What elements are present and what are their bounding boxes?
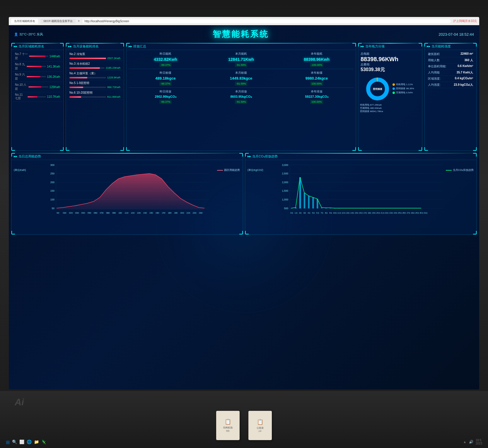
svg-text:照明插座: 照明插座 — [373, 87, 382, 90]
monitor-frame: 当月区域能耗排名 SECP-能耗综合业务平台 + http://localhos… — [0, 0, 488, 448]
svg-text:3日: 3日 — [303, 212, 306, 214]
svg-text:17时: 17时 — [162, 212, 165, 214]
svg-text:22时: 22时 — [193, 212, 197, 214]
svg-text:18日: 18日 — [368, 212, 371, 214]
desk-cards: 📋 结构机场9台 📋 公路港△2. — [216, 411, 272, 440]
svg-text:24日: 24日 — [394, 212, 397, 214]
svg-text:09时: 09时 — [112, 212, 116, 214]
person-icon: 👤 — [14, 32, 18, 36]
svg-text:500: 500 — [284, 207, 288, 210]
svg-text:14时: 14时 — [143, 212, 147, 214]
list-item: No.5 1-9层照明 966.72Kwh — [67, 80, 123, 90]
plus-icon[interactable]: + — [78, 19, 80, 23]
donut-legend: 特殊用电 1.11% 照明插座 98.35% 空调用电 0.54% — [391, 83, 416, 95]
svg-text:28日: 28日 — [411, 212, 415, 214]
svg-text:23日: 23日 — [389, 212, 393, 214]
taskbar-icon-folder[interactable]: 📁 — [34, 440, 39, 445]
donut-chart-wrap: 照明插座 特殊用电 1.11% 照明插座 98.35% — [358, 75, 422, 103]
svg-text:2日: 2日 — [299, 212, 302, 214]
monthly-co2-chart: (单位KgCO2) 当月CO₂排放趋势 — [245, 160, 477, 224]
emissions-title: 排放汇总 — [126, 43, 356, 50]
taskbar-icon-search[interactable]: 🔍 — [12, 440, 17, 445]
svg-text:17日: 17日 — [363, 212, 367, 214]
list-item: No.7 十一层 144Kwh — [13, 51, 62, 61]
svg-text:18时: 18时 — [168, 212, 172, 214]
browser-url[interactable]: http://localhost/#/energyBigScreen — [82, 19, 451, 23]
monthly-co2-legend: 当月CO₂排放趋势 — [446, 168, 474, 172]
emission-yesterday-co2: 昨日排放 2902.99kgCO₂ -99.37% — [129, 90, 202, 104]
list-item: No.3 冷水机组2 2185.23Kwh — [67, 61, 123, 71]
list-item: No.6 10-20层照明 811.86Kwh — [67, 90, 123, 99]
browser-tab-2[interactable]: SECP-能耗综合业务平台 — [40, 19, 76, 24]
intensity-panel: 当月能耗强度 建筑面积 22460 m² 用能人数 360 人 单位面积用能: — [424, 43, 477, 151]
svg-text:20日: 20日 — [376, 212, 380, 214]
emission-yesterday-energy: 昨日能耗 4332.82Kwh -99.37% — [129, 52, 202, 67]
svg-text:4日: 4日 — [308, 212, 310, 214]
list-item: 区域强度: 0.4 kgCO₂/m² — [426, 76, 475, 82]
svg-text:07时: 07时 — [100, 212, 104, 214]
svg-text:02时: 02时 — [69, 212, 73, 214]
monthly-co2-panel: 当月CO₂排放趋势 (单位KgCO2) 当月CO₂排放趋势 — [245, 153, 477, 235]
region-rank-title: 当月区域能耗排名 — [11, 43, 64, 50]
monthly-co2-svg: 3,000 2,500 2,000 1,500 1,000 500 — [248, 162, 474, 217]
svg-text:1,000: 1,000 — [282, 198, 288, 201]
svg-text:27日: 27日 — [407, 212, 410, 214]
emission-year-coal: 本年标煤 9980.24kgce 100.00% — [280, 71, 354, 86]
title-bar: 👤 32°C~20°C 东风 智慧能耗系统 2023-07-04 18:52:4… — [11, 28, 477, 41]
device-rank-title: 当月设备能耗排名 — [66, 43, 124, 50]
electricity-title: 当年电力分项 — [358, 43, 422, 50]
emission-month-co2: 本月排放 8603.95kgCO₂ -91.59% — [204, 90, 278, 104]
emission-month-energy: 本月能耗 12841.71Kwh -91.59% — [204, 52, 278, 67]
svg-text:04时: 04时 — [81, 212, 85, 214]
bottom-grid: 当日总用能趋势 (单位Kwh) 园区用能趋势 — [11, 153, 477, 235]
svg-text:50: 50 — [52, 207, 55, 210]
svg-rect-60 — [312, 197, 314, 208]
tray-icon-2: 🔊 — [469, 440, 473, 444]
svg-text:22日: 22日 — [385, 212, 389, 214]
svg-text:06时: 06时 — [94, 212, 98, 214]
taskbar: Ai 📋 结构机场9台 📋 公路港△2. ▲ 🔊 18:52023 ⊞ 🔍 ⬜ … — [0, 391, 488, 448]
svg-text:0时: 0时 — [57, 212, 59, 214]
svg-text:01时: 01时 — [63, 212, 66, 214]
dashboard: 👤 32°C~20°C 东风 智慧能耗系统 2023-07-04 18:52:4… — [9, 25, 479, 389]
taskbar-icons: ⊞ 🔍 ⬜ 🌐 📁 🦎 — [6, 440, 46, 445]
tray-time: 18:52023 — [476, 439, 482, 445]
weather-info: 👤 32°C~20°C 东风 — [14, 32, 43, 37]
taskbar-icon-app[interactable]: 🦎 — [41, 440, 46, 445]
monthly-co2-title: 当月CO₂排放趋势 — [245, 153, 477, 160]
taskbar-icon-windows[interactable]: ⊞ — [6, 440, 10, 445]
intensity-list: 建筑面积 22460 m² 用能人数 360 人 单位面积用能: 0.6 Kwh… — [424, 50, 477, 150]
daily-trend-chart: (单位Kwh) 园区用能趋势 — [11, 160, 243, 224]
emission-year-co2: 本年排放 59227.30kgCO₂ 100.00% — [280, 90, 354, 104]
svg-text:200: 200 — [50, 181, 54, 184]
taskbar-icon-task[interactable]: ⬜ — [19, 440, 24, 445]
emissions-panel: 排放汇总 昨日能耗 4332.82Kwh -99.37% 本月能耗 — [126, 43, 356, 151]
svg-text:16时: 16时 — [156, 212, 159, 214]
browser-tab-1[interactable]: 当月区域能耗排名 — [11, 19, 38, 24]
emission-yesterday-coal: 昨日标煤 489.18kgce -99.37% — [129, 71, 202, 86]
emission-year-energy: 本年能耗 88398.96Kwh -100.00% — [280, 52, 354, 67]
svg-rect-58 — [304, 193, 305, 209]
svg-text:1日: 1日 — [295, 212, 298, 214]
emission-month-coal: 本月标煤 1449.83kgce -91.59% — [204, 71, 278, 86]
list-item: 用能人数 360 人 — [426, 57, 475, 63]
svg-text:2,000: 2,000 — [282, 181, 288, 184]
svg-text:19时: 19时 — [174, 212, 178, 214]
taskbar-icon-browser[interactable]: 🌐 — [27, 440, 32, 445]
svg-text:29日: 29日 — [415, 212, 419, 214]
daily-trend-panel: 当日总用能趋势 (单位Kwh) 园区用能趋势 — [11, 153, 243, 235]
electricity-panel: 当年电力分项 总电能 88398.96KWh 总费用: 53039.38元 — [358, 43, 422, 151]
svg-text:03时: 03时 — [75, 212, 79, 214]
svg-rect-57 — [299, 177, 301, 209]
list-item: No.4 主循环泵（黄） 1228.8Kwh — [67, 71, 123, 80]
svg-text:12时: 12时 — [131, 212, 135, 214]
svg-text:16日: 16日 — [359, 212, 363, 214]
daily-trend-svg: 300 250 200 150 100 50 0时 01时 02时 03时 04… — [14, 162, 240, 217]
screen: 当月区域能耗排名 SECP-能耗综合业务平台 + http://localhos… — [9, 17, 479, 389]
browser-bar: 当月区域能耗排名 SECP-能耗综合业务平台 + http://localhos… — [9, 17, 479, 25]
svg-text:14日: 14日 — [350, 212, 354, 214]
desk-card-2: 📋 公路港△2. — [248, 411, 272, 440]
svg-text:21时: 21时 — [187, 212, 190, 214]
svg-text:300: 300 — [50, 164, 54, 167]
svg-text:1,500: 1,500 — [282, 189, 288, 192]
